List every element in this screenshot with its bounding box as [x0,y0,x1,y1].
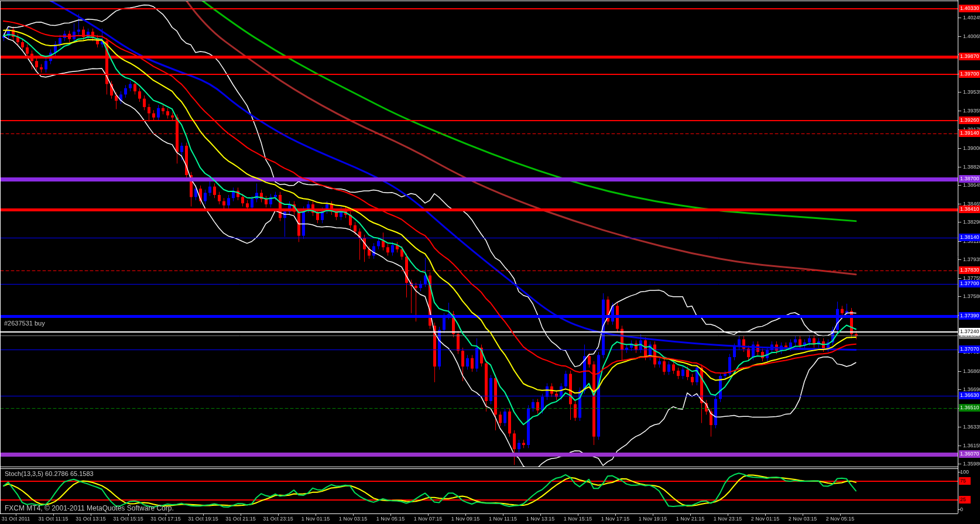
price-scale-tick: 1.39535 [963,88,980,95]
stoch-indicator-label: Stoch(13,3,5) 60.2786 65.1583 [5,470,94,477]
price-scale-tick: 1.37935 [963,256,980,263]
price-line-label: 1.39140 [959,129,980,137]
price-line-label: 1.37830 [959,266,980,274]
price-scale-tick: 1.38290 [963,218,980,225]
price-line-label: 1.39870 [959,53,980,60]
price-scale-tick: 1.40245 [963,14,980,21]
price-scale-tick: 1.36155 [963,442,980,449]
price-line-label: 1.38410 [959,206,980,213]
price-line-label: 1.39260 [959,117,980,124]
price-line-label: 1.39700 [959,70,980,78]
price-line-label: 1.36510 [959,404,980,412]
stoch-level-label: 25 [959,496,971,504]
price-line-label: 1.36630 [959,392,980,399]
price-scale-tick: 1.38820 [963,163,980,170]
price-line-label: 1.37390 [959,312,980,320]
copyright-text: FXCM MT4, © 2001-2011 MetaQuotes Softwar… [5,504,174,512]
stoch-scale-label: 0 [960,506,980,513]
time-scale-tick: 2 Nov 05:15 [815,516,865,522]
mt4-chart-window: #2637531 buy Stoch(13,3,5) 60.2786 65.15… [0,0,980,524]
trade-order-label: #2637531 buy [4,320,45,327]
stoch-scale-label: 100 [960,468,980,475]
price-scale-tick: 1.36335 [963,423,980,430]
price-scale-tick: 1.35980 [963,460,980,467]
price-line-label: 1.37070 [959,345,980,353]
price-line-label: 1.36070 [959,450,980,458]
price-line-label: 1.40330 [959,5,980,12]
price-scale-tick: 1.36865 [963,368,980,375]
price-scale-tick: 1.39355 [963,107,980,114]
price-scale-tick: 1.39000 [963,145,980,152]
price-line-label: 1.37240 [959,328,980,335]
price-scale-tick: 1.40065 [963,33,980,40]
price-scale-tick: 1.37580 [963,293,980,300]
main-chart-panel[interactable] [0,0,958,467]
chart-overlay: #2637531 buy Stoch(13,3,5) 60.2786 65.15… [0,0,980,524]
stoch-level-label: 75 [959,477,971,485]
price-line-label: 1.38700 [959,175,980,183]
price-line-label: 1.38140 [959,234,980,241]
price-line-label: 1.37700 [959,280,980,287]
